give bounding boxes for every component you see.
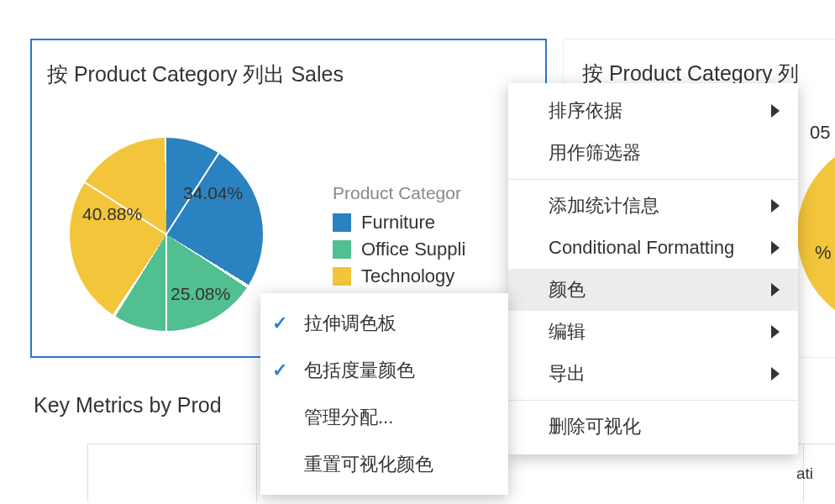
legend-item-furniture[interactable]: Furniture [333,212,465,234]
slice-label-furniture: 34.04% [183,183,243,203]
menu-item-use-as-filter[interactable]: 用作筛选器 [508,132,798,174]
section-title-key-metrics: Key Metrics by Prod [34,393,222,417]
menu-item-edit[interactable]: 编辑 [508,311,798,353]
chevron-right-icon [771,325,780,339]
chart-legend: Product Categor Furniture Office Suppli … [333,183,465,292]
submenu-item-label: 包括度量颜色 [304,358,415,383]
context-submenu-color[interactable]: ✓ 拉伸调色板 ✓ 包括度量颜色 管理分配... 重置可视化颜色 [260,293,508,495]
text-fragment: 05 [810,122,830,144]
menu-item-add-statistics[interactable]: 添加统计信息 [508,185,798,227]
menu-separator [508,179,798,180]
table-header-fragment: ati [796,465,813,483]
chart-title: 按 Product Category 列出 Sales [32,40,545,88]
swatch-icon [333,213,351,232]
menu-item-label: 添加统计信息 [549,193,659,218]
menu-separator [508,400,798,401]
pie-graphic-right [797,137,835,330]
slice-label-office: 25.08% [171,284,230,304]
menu-item-label: 删除可视化 [549,414,641,439]
legend-label: Furniture [361,212,435,234]
chevron-right-icon [771,241,780,255]
menu-item-color[interactable]: 颜色 [508,269,798,311]
chevron-right-icon [771,283,780,297]
table-col-divider [256,444,257,502]
submenu-item-label: 管理分配... [304,405,393,430]
pie-separator [165,234,167,331]
swatch-icon [333,267,351,286]
pie-chart[interactable] [70,138,263,331]
submenu-item-label: 拉伸调色板 [304,311,396,336]
menu-item-label: 导出 [549,361,586,386]
legend-label: Office Suppli [361,239,465,260]
menu-item-export[interactable]: 导出 [508,353,798,395]
menu-item-sort-by[interactable]: 排序依据 [508,90,798,132]
slice-label-technology: 40.88% [82,204,142,224]
submenu-item-label: 重置可视化颜色 [304,452,433,477]
submenu-item-include-measure-color[interactable]: ✓ 包括度量颜色 [260,347,508,394]
menu-item-delete-viz[interactable]: 删除可视化 [508,406,798,448]
chevron-right-icon [771,104,780,118]
chevron-right-icon [771,367,780,381]
chart-title-right: 按 Product Category 列 [564,39,835,87]
text-fragment: % [815,242,832,264]
menu-item-label: 编辑 [549,319,586,344]
check-icon: ✓ [272,360,287,381]
menu-item-label: 排序依据 [549,98,622,123]
legend-item-office[interactable]: Office Suppli [333,239,465,260]
swatch-icon [333,240,351,259]
legend-title: Product Categor [333,183,465,203]
submenu-item-stretch-palette[interactable]: ✓ 拉伸调色板 [260,300,508,347]
submenu-item-reset-viz-colors[interactable]: 重置可视化颜色 [260,441,508,488]
menu-item-conditional-formatting[interactable]: Conditional Formatting [508,227,798,269]
submenu-item-manage-assignments[interactable]: 管理分配... [260,394,508,441]
chevron-right-icon [771,199,780,213]
legend-item-technology[interactable]: Technology [333,265,465,287]
menu-item-label: 颜色 [549,277,586,302]
context-menu[interactable]: 排序依据 用作筛选器 添加统计信息 Conditional Formatting… [508,83,798,454]
menu-item-label: Conditional Formatting [549,237,734,259]
check-icon: ✓ [272,312,287,334]
legend-label: Technology [361,265,454,287]
menu-item-label: 用作筛选器 [549,140,641,165]
